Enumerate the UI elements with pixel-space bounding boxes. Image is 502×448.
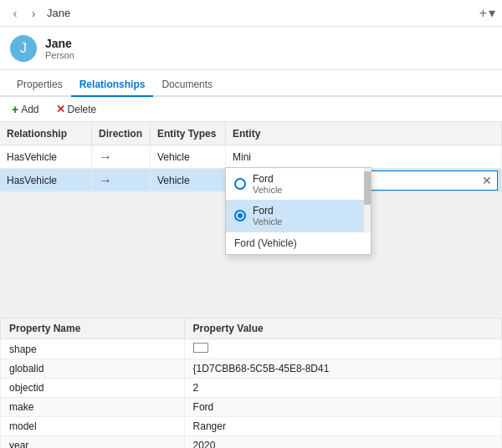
prop-value-year: 2020 bbox=[184, 436, 501, 449]
tab-documents[interactable]: Documents bbox=[153, 74, 221, 97]
prop-row: model Ranger bbox=[1, 417, 502, 436]
title-bar: ‹ › Jane + ▾ bbox=[0, 0, 502, 27]
item-text: Ford Vehicle bbox=[253, 173, 282, 195]
properties-section: Property Name Property Value shape globa… bbox=[0, 318, 502, 448]
delete-button[interactable]: ✕ Delete bbox=[53, 101, 100, 117]
plus-icon: + bbox=[479, 6, 487, 21]
col-relationship: Relationship bbox=[0, 122, 92, 145]
col-direction: Direction bbox=[92, 122, 151, 145]
table-row[interactable]: HasVehicle → Vehicle Mini bbox=[0, 145, 502, 169]
search-clear-button[interactable]: ✕ bbox=[480, 174, 494, 187]
radio-button-selected[interactable] bbox=[234, 210, 246, 221]
cell-direction-selected: → bbox=[92, 169, 151, 191]
item-type: Vehicle bbox=[253, 185, 282, 195]
cell-entity-type-selected: Vehicle bbox=[151, 169, 226, 191]
table-header-row: Relationship Direction Entity Types Enti… bbox=[0, 122, 502, 145]
cell-direction: → bbox=[92, 145, 151, 168]
prop-value-objectid: 2 bbox=[184, 379, 501, 398]
shape-icon bbox=[193, 343, 208, 353]
prop-value-make: Ford bbox=[184, 398, 501, 417]
prop-name-year: year bbox=[1, 436, 185, 449]
scrollbar-track[interactable] bbox=[364, 168, 371, 232]
dropdown-item-selected[interactable]: Ford Vehicle bbox=[226, 200, 371, 232]
prop-value-header: Property Value bbox=[184, 318, 501, 339]
direction-arrow-icon: → bbox=[99, 150, 112, 165]
cell-relationship: HasVehicle bbox=[0, 145, 92, 168]
dropdown-item[interactable]: Ford Vehicle bbox=[226, 168, 371, 200]
window-title: Jane bbox=[47, 7, 474, 19]
prop-name-shape: shape bbox=[1, 339, 185, 359]
add-dropdown-button[interactable]: + ▾ bbox=[479, 5, 495, 21]
col-entity-types: Entity Types bbox=[151, 122, 226, 145]
item-type-selected: Vehicle bbox=[253, 216, 282, 227]
properties-table: Property Name Property Value shape globa… bbox=[0, 318, 502, 448]
add-label: Add bbox=[21, 104, 38, 115]
entity-info: Jane Person bbox=[45, 37, 74, 60]
plus-icon: + bbox=[12, 103, 18, 116]
prop-value-shape bbox=[184, 339, 501, 359]
prop-row: year 2020 bbox=[1, 436, 502, 449]
item-name: Ford bbox=[253, 173, 282, 185]
prop-name-model: model bbox=[1, 417, 185, 436]
dropdown-list: Ford Vehicle Ford Vehicle bbox=[226, 168, 371, 232]
prop-name-globalid: globalid bbox=[1, 359, 185, 379]
avatar-letter: J bbox=[20, 41, 27, 56]
entity-type: Person bbox=[45, 50, 74, 60]
entity-dropdown: Ford Vehicle Ford Vehicle Ford (Vehicle) bbox=[225, 167, 371, 255]
cell-relationship-selected: HasVehicle bbox=[0, 169, 92, 191]
tab-properties[interactable]: Properties bbox=[8, 74, 71, 97]
radio-button[interactable] bbox=[234, 178, 246, 190]
cell-entity: Mini bbox=[226, 145, 502, 168]
prop-row: objectid 2 bbox=[1, 379, 502, 398]
prop-name-objectid: objectid bbox=[1, 379, 185, 398]
prop-value-globalid: {1D7CBB68-5C5B-45E8-8D41 bbox=[184, 359, 501, 379]
panel-header: J Jane Person bbox=[0, 27, 502, 70]
prop-row: make Ford bbox=[1, 398, 502, 417]
delete-label: Delete bbox=[68, 104, 97, 115]
prop-row: shape bbox=[1, 339, 502, 359]
scrollbar-thumb[interactable] bbox=[364, 171, 371, 205]
nav-buttons: ‹ › bbox=[7, 5, 42, 22]
prop-value-model: Ranger bbox=[184, 417, 501, 436]
tab-bar: Properties Relationships Documents bbox=[0, 70, 502, 97]
dropdown-arrow-icon: ▾ bbox=[489, 5, 495, 21]
col-entity: Entity bbox=[226, 122, 502, 145]
direction-arrow-icon: → bbox=[99, 173, 112, 188]
forward-button[interactable]: › bbox=[25, 5, 42, 22]
x-icon: ✕ bbox=[56, 103, 65, 115]
back-button[interactable]: ‹ bbox=[7, 5, 23, 22]
item-name-selected: Ford bbox=[253, 205, 282, 216]
prop-row: globalid {1D7CBB68-5C5B-45E8-8D41 bbox=[1, 359, 502, 379]
cell-entity-type: Vehicle bbox=[151, 145, 226, 168]
tab-relationships[interactable]: Relationships bbox=[71, 74, 154, 97]
relationships-toolbar: + Add ✕ Delete bbox=[0, 97, 502, 122]
dropdown-extra-item[interactable]: Ford (Vehicle) bbox=[226, 232, 371, 254]
item-text-selected: Ford Vehicle bbox=[253, 205, 282, 227]
prop-name-header: Property Name bbox=[1, 318, 185, 339]
entity-name: Jane bbox=[45, 37, 74, 50]
prop-name-make: make bbox=[1, 398, 185, 417]
add-button[interactable]: + Add bbox=[8, 101, 43, 118]
avatar: J bbox=[10, 35, 37, 62]
